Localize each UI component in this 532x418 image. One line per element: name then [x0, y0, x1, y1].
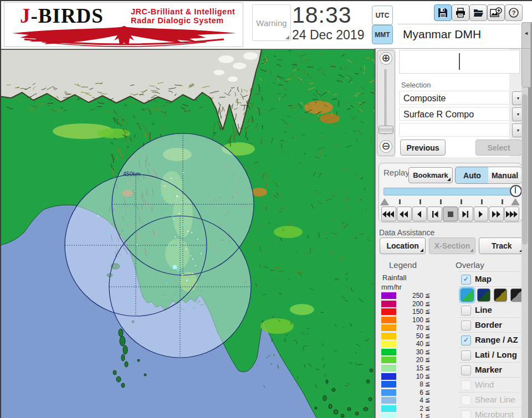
replay-slider-handle[interactable]: [510, 185, 522, 197]
panel-scrollbar-thumb[interactable]: [522, 94, 528, 245]
legend-value: 200: [398, 300, 423, 308]
replay-slider-track[interactable]: [383, 188, 518, 195]
line-checkbox[interactable]: [461, 306, 471, 316]
clock-time: 18:33: [292, 2, 352, 28]
app-window: J-BIRDS JRC-Brilliant & Intelligent Rada…: [0, 0, 532, 418]
play-icon: [474, 210, 488, 219]
legend-color-swatch: [381, 333, 396, 339]
play-reverse-button[interactable]: [412, 207, 427, 221]
auto-mode-button[interactable]: Auto: [455, 167, 489, 184]
step-back-button[interactable]: [427, 207, 442, 221]
slider-tick: [481, 199, 483, 204]
dropdown-category[interactable]: Composite: [399, 91, 510, 105]
legend-unit-line2: mm/hr: [381, 283, 402, 291]
overlay-label: Overlay: [456, 260, 484, 270]
zoom-slider-track[interactable]: [385, 69, 387, 135]
range-distance-label: 450km: [123, 171, 141, 177]
manual-mode-button[interactable]: Manual: [488, 167, 522, 184]
legend-entry: 8≦: [381, 381, 442, 389]
x-section-button[interactable]: X-Section: [429, 238, 475, 254]
legend-le-symbol: ≦: [425, 405, 430, 412]
save-button[interactable]: [434, 4, 452, 21]
legend-le-symbol: ≦: [425, 332, 430, 339]
capture-image-button[interactable]: [487, 4, 505, 21]
step-forward-icon: [459, 210, 472, 219]
forward-2x-button[interactable]: [489, 207, 504, 221]
overlay-row-border: Border: [459, 317, 521, 333]
legend-entry: 50≦: [381, 333, 442, 340]
zoom-out-button[interactable]: ⊖: [380, 140, 392, 153]
marker-checkbox[interactable]: [461, 365, 471, 375]
previous-button[interactable]: Previous: [400, 140, 446, 156]
panel-collapse-tab[interactable]: ◄: [521, 22, 531, 87]
warning-button[interactable]: Warning: [252, 4, 291, 41]
map-style-black-olive[interactable]: [494, 288, 507, 302]
slider-tick: [440, 199, 442, 204]
slider-end-marker[interactable]: [511, 198, 520, 205]
map-checkbox[interactable]: ✓: [461, 275, 471, 285]
step-forward-button[interactable]: [458, 207, 473, 221]
dropdown-product[interactable]: Surface R Compo: [399, 107, 510, 121]
play-button[interactable]: [474, 207, 489, 221]
logo-birds: -BIRDS: [31, 4, 104, 27]
location-button[interactable]: Location: [380, 238, 426, 254]
map-style-blue-green[interactable]: [461, 288, 474, 302]
print-button[interactable]: [452, 4, 469, 21]
legend-value: 2: [398, 405, 423, 412]
help-button[interactable]: ?: [505, 4, 523, 21]
overlay-row-marker: Marker: [459, 362, 521, 378]
legend-color-swatch: [381, 405, 396, 412]
shear-line-checkbox[interactable]: [461, 395, 471, 405]
map-zoom-widget: ⊕ ⊖: [377, 50, 395, 156]
legend-entry: 4≦: [381, 397, 442, 405]
legend-entry: 1≦: [381, 413, 442, 418]
dropdown-extra[interactable]: [399, 123, 510, 137]
rewind-2x-button[interactable]: [397, 207, 412, 221]
window-frame-top: [0, 0, 532, 1]
wind-checkbox[interactable]: [461, 380, 471, 390]
zoom-slider-thumb[interactable]: [378, 126, 393, 134]
legend-value: 50: [398, 332, 423, 340]
border-checkbox[interactable]: [461, 321, 471, 331]
range-az-label: Range / AZ: [475, 335, 518, 344]
range-az-checkbox[interactable]: ✓: [461, 336, 471, 345]
replay-label: Replay: [383, 168, 410, 177]
legend-value: 100: [398, 316, 423, 324]
overlay-row-shear-line: Shear Line: [459, 392, 521, 407]
slider-start-marker[interactable]: [380, 198, 389, 205]
open-folder-button[interactable]: [469, 4, 487, 21]
legend-entry: 6≦: [381, 389, 442, 397]
select-button[interactable]: Select: [475, 140, 522, 156]
stop-button[interactable]: [443, 207, 458, 221]
bookmark-button[interactable]: Bookmark: [408, 167, 453, 183]
legend-value: 15: [398, 364, 423, 372]
legend-entry: 40≦: [381, 340, 442, 348]
legend-value: 6: [398, 389, 423, 396]
rewind-2x-icon: [397, 210, 411, 219]
slider-tick: [502, 199, 503, 204]
overlay-row-microburst: Microburst: [459, 407, 521, 418]
lati-long-checkbox[interactable]: [461, 350, 471, 360]
radar-map[interactable]: 450km: [0, 49, 375, 418]
corner-triangle-icon: [470, 249, 473, 252]
lati-long-label: Lati / Long: [475, 350, 517, 359]
station-list-box[interactable]: [399, 50, 520, 74]
legend-entry: 150≦: [381, 308, 442, 316]
forward-3x-button[interactable]: [504, 207, 519, 221]
text-cursor: [459, 53, 460, 70]
mmt-toggle-button[interactable]: MMT: [372, 25, 393, 44]
forward-3x-icon: [505, 210, 519, 219]
legend-value: 4: [398, 396, 423, 404]
map-label: Map: [475, 274, 492, 283]
map-style-navy-darkgreen[interactable]: [477, 288, 490, 302]
legend-color-swatch: [381, 389, 396, 396]
track-button[interactable]: Track: [479, 238, 525, 254]
corner-fold-icon: [285, 35, 289, 39]
microburst-checkbox[interactable]: [461, 410, 471, 418]
slider-tick: [461, 199, 462, 204]
utc-toggle-button[interactable]: UTC: [372, 6, 393, 25]
svg-text:?: ?: [512, 9, 516, 16]
rewind-3x-button[interactable]: [381, 207, 396, 221]
zoom-in-button[interactable]: ⊕: [380, 52, 392, 65]
legend-color-swatch: [381, 292, 396, 299]
